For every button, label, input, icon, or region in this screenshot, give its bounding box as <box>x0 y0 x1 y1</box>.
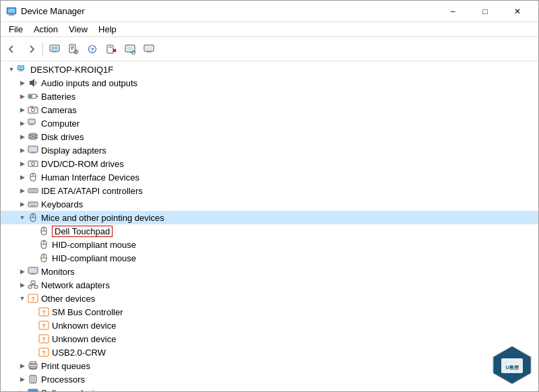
properties-button[interactable] <box>65 40 82 58</box>
unknown1-node[interactable]: ? Unknown device <box>1 319 538 332</box>
other-node[interactable]: ▼ ? Other devices <box>1 292 538 305</box>
usb-icon: ? <box>38 347 49 358</box>
svg-text:?: ? <box>31 296 35 302</box>
back-button[interactable] <box>3 40 21 58</box>
mice-label: Mice and other pointing devices <box>41 213 164 223</box>
root-label: DESKTOP-KROIQ1F <box>30 65 113 75</box>
cameras-label: Cameras <box>41 105 77 115</box>
svg-rect-43 <box>30 124 33 125</box>
svg-rect-32 <box>18 71 24 71</box>
mice-icon <box>28 212 38 223</box>
svg-rect-28 <box>146 52 152 53</box>
dell-touchpad-label: Dell Touchpad <box>52 226 113 237</box>
hid-mouse1-expand-icon <box>28 239 38 250</box>
scan-button[interactable] <box>121 40 139 58</box>
root-node[interactable]: ▼ DESKTOP-KROIQ1F <box>1 63 538 76</box>
usb-expand-icon <box>28 347 38 358</box>
processors-icon <box>28 374 38 385</box>
batteries-node[interactable]: ▶ Batteries <box>1 90 538 103</box>
svg-rect-68 <box>28 202 38 207</box>
batteries-label: Batteries <box>41 92 75 102</box>
disk-label: Disk drives <box>41 132 84 142</box>
hid-mouse2-node[interactable]: HID-compliant mouse <box>1 251 538 265</box>
hid-mouse1-node[interactable]: HID-compliant mouse <box>1 238 538 251</box>
device-tree[interactable]: ▼ DESKTOP-KROIQ1F ▶ <box>1 61 538 391</box>
network-expand-icon: ▶ <box>17 280 28 290</box>
svg-rect-42 <box>29 120 34 123</box>
dell-touchpad-icon <box>38 226 49 236</box>
close-button[interactable]: ✕ <box>502 1 533 22</box>
svg-rect-5 <box>51 46 58 50</box>
dvd-expand-icon: ▶ <box>17 158 28 169</box>
forward-button[interactable] <box>22 40 40 58</box>
unknown2-expand-icon <box>28 333 38 344</box>
computer-node[interactable]: ▶ Computer <box>1 117 538 130</box>
dell-touchpad-node[interactable]: Dell Touchpad <box>1 224 538 238</box>
svg-rect-26 <box>146 46 152 50</box>
mice-expand-icon: ▼ <box>17 212 28 223</box>
network-node[interactable]: ▶ Network adapters <box>1 278 538 292</box>
disk-node[interactable]: ▶ Disk drives <box>1 130 538 143</box>
window-controls: – □ ✕ <box>437 1 533 22</box>
svg-point-49 <box>35 137 36 138</box>
audio-icon <box>28 77 38 88</box>
audio-expand-icon: ▶ <box>17 77 28 88</box>
keyboards-node[interactable]: ▶ Keyboards <box>1 197 538 211</box>
hid-icon <box>28 172 38 183</box>
audio-node[interactable]: ▶ Audio inputs and outputs <box>1 76 538 90</box>
uninstall-button[interactable] <box>102 40 120 58</box>
dvd-label: DVD/CD-ROM drives <box>41 159 124 169</box>
svg-rect-52 <box>32 152 34 153</box>
unknown1-icon: ? <box>38 320 49 331</box>
svg-rect-27 <box>148 51 150 52</box>
svg-rect-51 <box>29 147 37 152</box>
app-icon <box>6 6 17 17</box>
computer-button[interactable] <box>46 40 63 58</box>
batteries-expand-icon: ▶ <box>17 91 28 102</box>
minimize-button[interactable]: – <box>437 1 468 22</box>
menu-view[interactable]: View <box>63 23 93 36</box>
svg-rect-2 <box>9 14 13 15</box>
other-label: Other devices <box>41 294 95 304</box>
toolbar-separator-1 <box>42 42 43 56</box>
dvd-node[interactable]: ▶ DVD/CD-ROM drives <box>1 157 538 170</box>
keyboards-icon <box>28 199 38 209</box>
smbus-node[interactable]: ? SM Bus Controller <box>1 305 538 319</box>
hid-mouse1-icon <box>38 239 49 250</box>
svg-text:ujiaoshou.com: ujiaoshou.com <box>500 372 524 376</box>
menu-action[interactable]: Action <box>28 23 63 36</box>
keyboards-label: Keyboards <box>41 199 83 209</box>
cameras-node[interactable]: ▶ Cameras <box>1 103 538 117</box>
dvd-icon <box>28 158 38 169</box>
display-node[interactable]: ▶ Display adapters <box>1 143 538 157</box>
menu-help[interactable]: Help <box>93 23 122 36</box>
software-node[interactable]: ▶ Software devices <box>1 386 538 391</box>
svg-rect-91 <box>28 286 32 288</box>
svg-rect-69 <box>30 203 31 205</box>
disk-icon <box>28 131 38 142</box>
ide-node[interactable]: ▶ IDE ATA/ATAPI controllers <box>1 184 538 197</box>
svg-rect-73 <box>30 205 36 206</box>
ide-expand-icon: ▶ <box>17 185 28 196</box>
monitors-label: Monitors <box>41 267 75 277</box>
update-button[interactable]: ? <box>84 40 101 58</box>
mice-node[interactable]: ▼ Mice and other pointing devices <box>1 211 538 224</box>
svg-point-40 <box>35 108 36 109</box>
monitors-node[interactable]: ▶ Monitors <box>1 265 538 278</box>
dell-touchpad-expand-icon <box>28 226 38 236</box>
hid-node[interactable]: ▶ Human Interface Devices <box>1 170 538 184</box>
svg-text:?: ? <box>42 309 46 316</box>
software-icon <box>28 387 38 391</box>
unknown2-node[interactable]: ? Unknown device <box>1 332 538 346</box>
software-expand-icon: ▶ <box>17 387 28 391</box>
svg-rect-87 <box>29 268 37 273</box>
menu-file[interactable]: File <box>3 23 28 36</box>
svg-rect-71 <box>34 203 35 205</box>
maximize-button[interactable]: □ <box>470 1 501 22</box>
processors-node[interactable]: ▶ Processors <box>1 372 538 386</box>
monitor-button[interactable] <box>140 40 158 58</box>
print-node[interactable]: ▶ Print queues <box>1 359 538 372</box>
usb-node[interactable]: ? USB2.0-CRW <box>1 346 538 359</box>
svg-rect-17 <box>107 45 113 53</box>
print-expand-icon: ▶ <box>17 360 28 371</box>
